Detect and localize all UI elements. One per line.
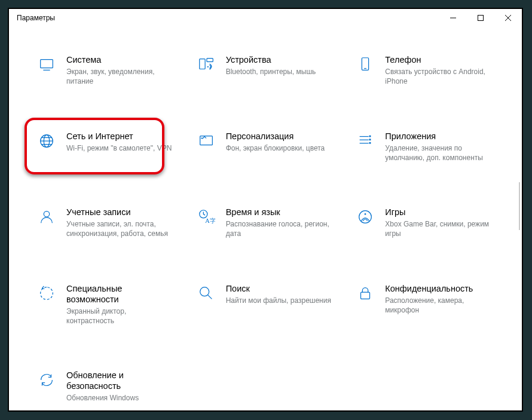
tile-title: Игры: [385, 207, 493, 217]
tile-desc: Экран, звук, уведомления, питание: [66, 67, 174, 86]
maximize-button[interactable]: [467, 9, 494, 27]
tile-desc: Учетные записи, эл. почта, синхронизация…: [66, 219, 174, 238]
search-icon: [196, 283, 216, 303]
settings-grid: СистемаЭкран, звук, уведомления, питание…: [33, 53, 504, 404]
tile-desc: Распознавание голоса, регион, дата: [226, 219, 334, 238]
tile-desc: Расположение, камера, микрофон: [385, 296, 493, 315]
tile-privacy[interactable]: КонфиденциальностьРасположение, камера, …: [351, 282, 504, 327]
tile-title: Конфиденциальность: [385, 283, 493, 294]
settings-window: Параметры СистемаЭкран, звук, уведомлени…: [9, 9, 522, 410]
tile-title: Персонализация: [226, 131, 325, 142]
tile-desc: Обновления Windows: [66, 393, 174, 403]
tile-desc: Bluetooth, принтеры, мышь: [226, 67, 316, 76]
personalization-icon: [196, 131, 216, 151]
svg-rect-27: [478, 16, 484, 21]
tile-title: Система: [66, 54, 174, 65]
tile-phone[interactable]: ТелефонСвязать устройство с Android, iPh…: [351, 53, 504, 88]
tile-personalization[interactable]: ПерсонализацияФон, экран блокировки, цве…: [192, 130, 345, 164]
titlebar: Параметры: [9, 9, 522, 27]
tile-desc: Wi-Fi, режим "в самолете", VPN: [66, 143, 172, 153]
scrollbar[interactable]: [519, 182, 520, 230]
gaming-icon: [355, 207, 375, 227]
tile-system[interactable]: СистемаЭкран, звук, уведомления, питание: [33, 53, 185, 88]
network-icon: [36, 131, 57, 151]
apps-icon: [355, 131, 375, 151]
content-area: СистемаЭкран, звук, уведомления, питание…: [9, 27, 522, 416]
tile-desc: Экранный диктор, контрастность: [66, 306, 174, 326]
tile-title: Телефон: [385, 54, 493, 65]
tile-ease-of-access[interactable]: Специальные возможностиЭкранный диктор, …: [33, 282, 185, 327]
privacy-icon: [355, 283, 375, 303]
tile-accounts[interactable]: Учетные записиУчетные записи, эл. почта,…: [33, 206, 185, 240]
tile-desc: Удаление, значения по умолчанию, доп. ко…: [385, 143, 493, 163]
update-icon: [36, 370, 57, 390]
tile-time-language[interactable]: Время и языкРаспознавание голоса, регион…: [192, 206, 345, 240]
phone-icon: [355, 54, 375, 75]
minimize-button[interactable]: [439, 9, 467, 27]
tile-desc: Найти мои файлы, разрешения: [226, 296, 331, 305]
tile-title: Учетные записи: [66, 207, 174, 217]
system-icon: [36, 54, 57, 75]
close-button[interactable]: [494, 9, 522, 27]
window-title: Параметры: [9, 14, 55, 22]
tile-gaming[interactable]: ИгрыXbox Game Bar, снимки, режим игры: [351, 206, 504, 240]
tile-devices[interactable]: УстройстваBluetooth, принтеры, мышь: [192, 53, 345, 88]
time-language-icon: [196, 207, 216, 227]
tile-title: Поиск: [226, 283, 331, 294]
tile-network[interactable]: Сеть и ИнтернетWi-Fi, режим "в самолете"…: [33, 130, 185, 164]
tile-apps[interactable]: ПриложенияУдаление, значения по умолчани…: [351, 130, 504, 164]
tile-title: Приложения: [385, 131, 493, 142]
tile-desc: Фон, экран блокировки, цвета: [226, 143, 325, 153]
tile-title: Время и язык: [226, 207, 334, 217]
tile-title: Устройства: [226, 54, 316, 65]
tile-desc: Связать устройство с Android, iPhone: [385, 67, 493, 86]
tile-title: Сеть и Интернет: [66, 131, 172, 142]
tile-desc: Xbox Game Bar, снимки, режим игры: [385, 219, 493, 238]
ease-of-access-icon: [36, 283, 57, 303]
tile-search[interactable]: ПоискНайти мои файлы, разрешения: [192, 282, 345, 327]
devices-icon: [196, 54, 216, 75]
tile-title: Специальные возможности: [66, 283, 174, 305]
accounts-icon: [36, 207, 57, 227]
tile-title: Обновление и безопасность: [66, 370, 174, 391]
tile-update[interactable]: Обновление и безопасностьОбновления Wind…: [33, 369, 185, 404]
